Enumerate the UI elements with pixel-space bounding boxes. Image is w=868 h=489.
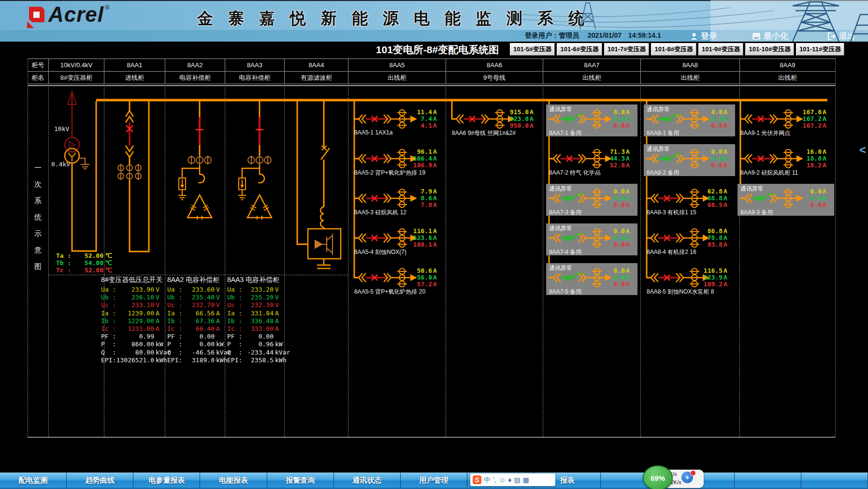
phase-b-unit: A: [433, 195, 441, 201]
side-label-char: 统: [28, 213, 48, 222]
transformer-page-button-4[interactable]: 101-8#变压器: [651, 43, 696, 56]
phase-b-current: 0.0: [591, 195, 625, 201]
optimization-percent-ball[interactable]: 69%: [643, 465, 673, 489]
feeder-label: 8AA7-4 备用: [549, 248, 581, 256]
feeder-8AA7-4[interactable]: 通讯异常0.0A0.0A0.0A8AA7-4 备用: [546, 223, 637, 255]
feeder-label: 8AA9-1 光伏并网点: [740, 129, 790, 137]
phase-c-current: 83.8: [689, 241, 723, 248]
taskbar-tab-5[interactable]: 通讯状态: [334, 473, 401, 488]
phase-c-current: 52.0: [591, 162, 625, 168]
transformer-page-button-5[interactable]: 101-9#变压器: [698, 43, 743, 56]
cabinet-name-4: 有源滤波柜: [284, 72, 348, 84]
feeder-8AA6-1[interactable]: 915.0A923.0A950.0A8AA6 9#母线 丝网1#&2#: [449, 104, 541, 136]
feeder-8AA7-1[interactable]: 通讯异常0.0A0.0A0.0A8AA7-1 备用: [546, 104, 637, 136]
feeder-8AA8-2[interactable]: 通讯异常0.0A0.0A0.0A8AA8-2 备用: [644, 144, 735, 176]
cabinet-id-header: 柜号: [28, 59, 48, 71]
phase-b-unit: A: [626, 235, 634, 241]
keyboard-icon[interactable]: ▤: [514, 476, 520, 483]
taskbar-tab-12[interactable]: [801, 473, 868, 488]
taskbar-tab-11[interactable]: [735, 473, 801, 488]
transformer-page-button-3[interactable]: 101-7#变压器: [604, 43, 649, 56]
phase-c-current: 167.2: [788, 122, 822, 129]
login-user-value: 管理员: [559, 31, 579, 40]
phase-a-unit: A: [626, 148, 634, 155]
phase-c-current: 108.1: [398, 241, 432, 248]
panel-1-row-2: Uc : 232.70 V: [165, 301, 225, 309]
column-separator-1: [48, 59, 49, 437]
lv-label: 0.4kV: [51, 161, 70, 168]
feeder-8AA5-1[interactable]: 11.4A7.4A4.1A8AA5-1 1AX1a: [351, 104, 445, 136]
phase-a-current: 0.0: [591, 188, 625, 194]
feeder-8AA5-2[interactable]: 96.1A106.4A106.9A8AA5-2 背P+氧化炉热排 19: [351, 144, 445, 176]
phase-c-unit: A: [433, 241, 441, 248]
cabinet-id-2: 8AA2: [165, 59, 225, 71]
phase-b-current: 56.0: [398, 274, 432, 281]
phase-c-unit: A: [723, 241, 731, 248]
taskbar-tab-4[interactable]: 报警查询: [267, 473, 334, 488]
phase-a-current: 86.8: [689, 228, 723, 234]
chinese-mode-icon[interactable]: 中: [484, 476, 491, 483]
taskbar-tab-3[interactable]: 电能报表: [200, 473, 267, 488]
feeder-8AA9-2[interactable]: 16.0A18.8A18.2A8AA9-2 硅烷风机柜 11: [738, 144, 834, 176]
phase-a-unit: A: [626, 109, 634, 115]
minimize-button[interactable]: 最小化: [752, 30, 788, 42]
phase-c-current: 0.0: [591, 241, 625, 248]
column-separator-7: [446, 59, 446, 437]
emoji-icon[interactable]: ☺: [499, 476, 506, 483]
transformer-page-button-2[interactable]: 101-6#变压器: [557, 43, 602, 56]
panel-0-row-9: EPI: 13026521.0 kWh: [99, 356, 165, 364]
column-separator-6: [348, 59, 348, 437]
feeder-8AA8-1[interactable]: 通讯异常0.0A0.0A0.0A8AA8-1 备用: [644, 104, 735, 136]
panel-title-0: 8#变压器低压总开关: [101, 276, 163, 284]
feeder-8AA9-1[interactable]: 167.0A167.2A167.2A8AA9-1 光伏并网点: [738, 104, 834, 136]
taskbar-tab-1[interactable]: 趋势曲线: [67, 473, 133, 488]
feeder-8AA9-3[interactable]: 通讯异常0.0A0.0A0.0A8AA9-3 备用: [738, 184, 834, 216]
phase-b-unit: A: [530, 116, 537, 122]
taskbar-tab-2[interactable]: 电参量报表: [133, 473, 200, 488]
feeder-8AA8-4[interactable]: 86.8A78.8A83.8A8AA8-4 有机排2 16: [644, 223, 735, 255]
cabinet-name-3: 电容补偿柜: [225, 72, 284, 84]
column-separator-5: [284, 59, 285, 437]
phase-a-current: 71.3: [591, 148, 625, 155]
phase-a-unit: A: [723, 109, 731, 115]
transformer-page-button-6[interactable]: 101-10#变压器: [745, 43, 794, 56]
panel-1-row-5: Ic : 66.40 A: [165, 325, 225, 333]
panel-1-row-9: EPI: 3189.0 kWh: [165, 356, 225, 364]
phase-a-current: 0.0: [689, 109, 723, 115]
feeder-8AA8-3[interactable]: 62.8A68.8A68.5A8AA8-3 有机排1 15: [644, 184, 735, 216]
mic-icon[interactable]: ♦: [508, 476, 511, 483]
feeder-8AA5-5[interactable]: 50.6A56.0A57.2A8AA5-5 背P+氧化炉热排 20: [351, 263, 445, 295]
phase-a-current: 0.0: [788, 188, 822, 194]
feeder-8AA5-3[interactable]: 7.9A8.6A7.8A8AA5-3 硅烷风机 12: [351, 184, 445, 216]
taskbar-tab-0[interactable]: 配电监测: [0, 473, 67, 488]
sogou-logo[interactable]: S: [473, 475, 481, 484]
cabinet-id-5: 8AA5: [348, 59, 446, 71]
feeder-label: 8AA8-1 备用: [647, 129, 679, 137]
transformer-page-button-7[interactable]: 101-11#变压器: [796, 43, 844, 56]
cabinet-id-3: 8AA3: [225, 59, 284, 71]
panel-0-row-1: Ub : 236.10 V: [99, 294, 165, 301]
phase-a-unit: A: [723, 228, 731, 234]
feeder-8AA7-3[interactable]: 通讯异常0.0A0.0A0.0A8AA7-3 备用: [546, 184, 637, 216]
exit-button[interactable]: 退出: [827, 30, 855, 42]
phase-c-unit: A: [626, 122, 634, 129]
phase-b-unit: A: [626, 116, 634, 122]
phase-a-current: 62.8: [689, 188, 723, 194]
feeder-8AA5-4[interactable]: 116.1A123.6A108.1A8AA5-4 刻蚀NOX(7): [351, 223, 445, 255]
login-button[interactable]: 登录: [690, 30, 717, 42]
edge-slide-arrow-icon[interactable]: <: [859, 143, 866, 157]
panel-2-row-8: Q : -233.44 kVar: [225, 349, 284, 356]
phase-a-unit: A: [723, 148, 731, 155]
punctuation-icon[interactable]: ’,: [493, 476, 496, 483]
toolbox-icon[interactable]: ▦: [523, 476, 529, 483]
feeder-8AA8-5[interactable]: 116.5A123.9A109.2A8AA8-5 刻蚀NOX水泵柜 8: [644, 263, 735, 295]
taskbar-tab-6[interactable]: 用户管理: [401, 473, 467, 488]
feeder-8AA7-2[interactable]: 71.3A44.3A52.0A8AA7-2 特气 化学品: [546, 144, 637, 176]
panel-0-row-6: PF : 0.99: [99, 333, 165, 341]
feeder-label: 8AA7-2 特气 化学品: [549, 169, 601, 177]
feeder-8AA7-5[interactable]: 通讯异常0.0A0.0A0.0A8AA7-5 备用: [546, 263, 637, 295]
phase-b-unit: A: [723, 235, 731, 241]
ime-toolbar[interactable]: S中’,☺♦▤▦: [470, 474, 555, 486]
exit-icon: [827, 32, 836, 40]
transformer-page-button-1[interactable]: 101-5#变压器: [510, 43, 555, 56]
